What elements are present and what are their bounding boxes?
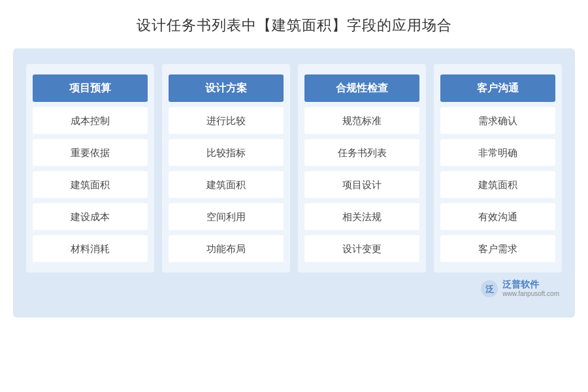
svg-text:泛: 泛 — [485, 284, 495, 294]
logo-icon: 泛 — [480, 280, 498, 298]
main-container: 项目预算成本控制重要依据建筑面积建设成本材料消耗设计方案进行比较比较指标建筑面积… — [13, 48, 575, 318]
column-header-col4: 客户沟通 — [440, 74, 555, 102]
card-col1-item0: 进行比较 — [169, 107, 284, 134]
card-col2-item0: 规范标准 — [304, 107, 419, 134]
card-col1-item2: 建筑面积 — [169, 171, 284, 198]
card-col1-item4: 功能布局 — [169, 235, 284, 262]
column-header-col3: 合规性检查 — [304, 74, 419, 102]
card-col2-item3: 相关法规 — [304, 203, 419, 230]
card-col3-item4: 客户需求 — [440, 235, 555, 262]
logo-url: www.fanpusoft.com — [502, 290, 559, 298]
card-col3-item1: 非常明确 — [440, 139, 555, 166]
page-title: 设计任务书列表中【建筑面积】字段的应用场合 — [137, 16, 452, 35]
column-col3: 合规性检查规范标准任务书列表项目设计相关法规设计变更 — [298, 64, 426, 272]
logo-area: 泛 泛普软件 www.fanpusoft.com — [480, 279, 559, 298]
footer-bar: 泛 泛普软件 www.fanpusoft.com — [26, 279, 562, 298]
logo-name: 泛普软件 — [502, 279, 559, 290]
card-col2-item1: 任务书列表 — [304, 139, 419, 166]
card-col1-item1: 比较指标 — [169, 139, 284, 166]
logo-text: 泛普软件 www.fanpusoft.com — [502, 279, 559, 298]
card-col0-item0: 成本控制 — [33, 107, 148, 134]
card-col0-item4: 材料消耗 — [33, 235, 148, 262]
column-col2: 设计方案进行比较比较指标建筑面积空间利用功能布局 — [162, 64, 290, 272]
column-header-col1: 项目预算 — [33, 74, 148, 102]
card-col2-item4: 设计变更 — [304, 235, 419, 262]
card-col3-item3: 有效沟通 — [440, 203, 555, 230]
card-col0-item2: 建筑面积 — [33, 171, 148, 198]
card-col1-item3: 空间利用 — [169, 203, 284, 230]
card-col0-item1: 重要依据 — [33, 139, 148, 166]
card-col3-item2: 建筑面积 — [440, 171, 555, 198]
column-col4: 客户沟通需求确认非常明确建筑面积有效沟通客户需求 — [434, 64, 562, 272]
column-col1: 项目预算成本控制重要依据建筑面积建设成本材料消耗 — [26, 64, 154, 272]
card-col2-item2: 项目设计 — [304, 171, 419, 198]
column-header-col2: 设计方案 — [169, 74, 284, 102]
card-col0-item3: 建设成本 — [33, 203, 148, 230]
columns-wrapper: 项目预算成本控制重要依据建筑面积建设成本材料消耗设计方案进行比较比较指标建筑面积… — [26, 64, 562, 272]
card-col3-item0: 需求确认 — [440, 107, 555, 134]
